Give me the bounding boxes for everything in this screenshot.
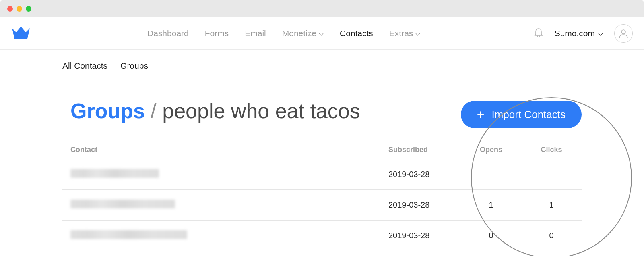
page-title-sep: / [145,99,162,123]
page-title: Groups / people who eat tacos [62,99,360,123]
cell-subscribed: 2019-03-28 [388,170,461,179]
redacted-text [70,169,159,178]
contacts-table: Contact Subscribed Opens Clicks 2019-03-… [62,141,582,251]
nav-extras-label: Extras [389,29,413,38]
cell-subscribed: 2019-03-28 [388,200,461,210]
nav-email[interactable]: Email [245,29,266,38]
nav-forms[interactable]: Forms [205,29,229,38]
col-header-contact: Contact [62,146,388,154]
redacted-text [70,230,187,239]
col-header-subscribed: Subscribed [388,146,461,154]
page-title-prefix: Groups [70,99,145,123]
redacted-text [70,200,175,208]
page-content: All Contacts Groups Groups / people who … [0,61,644,251]
table-header: Contact Subscribed Opens Clicks [62,141,582,159]
subnav-all-contacts[interactable]: All Contacts [62,61,107,71]
notifications-bell-icon[interactable] [534,27,543,40]
cell-contact [62,169,388,180]
user-avatar[interactable] [614,24,633,43]
chevron-down-icon [319,29,324,38]
nav-monetize-label: Monetize [282,29,316,38]
contacts-subnav: All Contacts Groups [62,61,582,71]
nav-right: Sumo.com [534,24,633,43]
import-contacts-label: Import Contacts [491,108,566,121]
site-name: Sumo.com [555,29,595,38]
window-titlebar [0,0,644,17]
cell-opens: 0 [461,231,521,240]
page-header: Groups / people who eat tacos + Import C… [62,99,582,123]
cell-contact [62,200,388,210]
page-title-name: people who eat tacos [162,99,360,123]
table-row[interactable]: 2019-03-28 [62,159,582,190]
cell-subscribed: 2019-03-28 [388,231,461,240]
site-selector[interactable]: Sumo.com [555,29,603,38]
subnav-groups[interactable]: Groups [120,61,148,71]
col-header-clicks: Clicks [521,146,582,154]
cell-clicks: 0 [521,231,582,240]
import-contacts-button[interactable]: + Import Contacts [461,101,582,128]
cell-opens: 1 [461,200,521,210]
chevron-down-icon [415,29,420,38]
maximize-window-button[interactable] [26,6,31,12]
nav-extras[interactable]: Extras [389,29,421,38]
nav-monetize[interactable]: Monetize [282,29,324,38]
svg-point-0 [621,30,625,34]
cell-contact [62,230,388,241]
col-header-opens: Opens [461,146,521,154]
chevron-down-icon [598,29,603,38]
nav-contacts[interactable]: Contacts [340,29,373,38]
nav-dashboard[interactable]: Dashboard [147,29,189,38]
table-row[interactable]: 2019-03-28 1 1 [62,190,582,221]
cell-clicks: 1 [521,200,582,210]
plus-icon: + [477,108,485,121]
logo-crown-icon[interactable] [11,25,31,42]
minimize-window-button[interactable] [17,6,22,12]
top-navbar: Dashboard Forms Email Monetize Contacts … [0,17,644,50]
table-row[interactable]: 2019-03-28 0 0 [62,221,582,251]
nav-links: Dashboard Forms Email Monetize Contacts … [147,29,420,38]
close-window-button[interactable] [7,6,13,12]
